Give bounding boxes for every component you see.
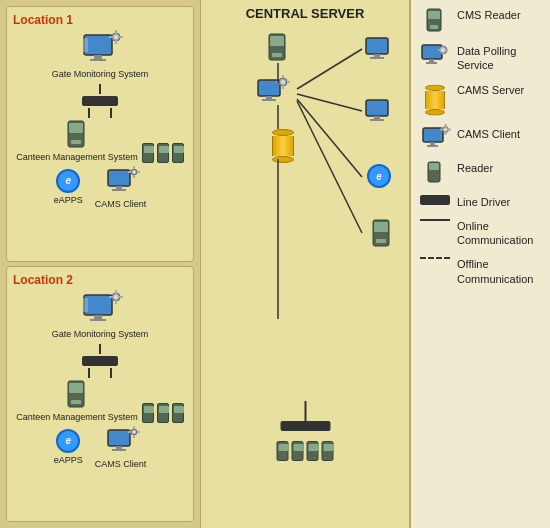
gate-monitoring-node-loc2: Gate Monitoring System <box>52 293 149 340</box>
reader2 <box>157 143 169 163</box>
reader-loc2-1 <box>142 403 154 423</box>
cms-reader-central-icon <box>267 33 289 63</box>
legend-linedriver-block <box>420 195 450 205</box>
svg-rect-42 <box>128 431 131 433</box>
line-driver-loc2 <box>82 356 118 366</box>
svg-rect-83 <box>445 49 448 51</box>
left-panel: Location 1 <box>0 0 200 528</box>
svg-rect-3 <box>83 38 88 52</box>
legend-cms-reader-icon <box>419 8 451 34</box>
cams-client-central2-icon <box>365 99 393 125</box>
svg-rect-23 <box>94 315 102 319</box>
cams-client-label-loc2: CAMS Client <box>95 459 147 470</box>
connector-v2 <box>88 108 90 118</box>
canteen-mgmt-node-loc2: Canteen Management System <box>16 380 138 423</box>
svg-point-51 <box>281 80 285 84</box>
legend-offline-comm: Offline Communication <box>419 257 542 286</box>
central-cms-reader <box>267 33 289 63</box>
gate-monitoring-label: Gate Monitoring System <box>52 69 149 80</box>
svg-rect-49 <box>262 99 276 101</box>
svg-rect-9 <box>119 36 123 38</box>
reader-icon-loc1 <box>66 120 88 150</box>
svg-rect-75 <box>422 45 442 59</box>
svg-rect-54 <box>276 81 279 83</box>
svg-point-27 <box>114 295 118 299</box>
central-small-reader3 <box>307 441 319 461</box>
gate-monitoring-label-loc2: Gate Monitoring System <box>52 329 149 340</box>
svg-rect-74 <box>430 25 438 29</box>
svg-rect-15 <box>112 189 126 191</box>
svg-line-69 <box>297 99 362 177</box>
svg-rect-85 <box>430 142 435 145</box>
reader-central-icon <box>371 219 393 249</box>
legend-panel: CMS Reader Data Polling Service <box>410 0 550 528</box>
legend-reader-label: Reader <box>457 161 493 175</box>
svg-rect-25 <box>83 298 88 312</box>
svg-rect-28 <box>115 290 117 294</box>
legend-online-line <box>420 219 450 221</box>
legend-offline-line-icon <box>419 257 451 259</box>
ie-icon-loc1: e <box>56 169 80 193</box>
legend-line-driver: Line Driver <box>419 195 542 209</box>
central-reader <box>371 219 393 249</box>
location2-title: Location 2 <box>13 273 187 287</box>
center-panel: CENTRAL SERVER <box>200 0 410 528</box>
legend-small-reader-svg <box>427 161 443 185</box>
gate-monitoring-node: Gate Monitoring System <box>52 33 149 80</box>
cams-client-node-loc1: CAMS Client <box>95 169 147 210</box>
legend-data-polling: Data Polling Service <box>419 44 542 73</box>
legend-cams-server-label: CAMS Server <box>457 83 524 97</box>
gear-small-icon <box>128 166 140 178</box>
svg-line-70 <box>297 101 362 233</box>
reader-icon-loc2 <box>66 380 88 410</box>
line-driver-central <box>280 421 330 431</box>
svg-rect-94 <box>429 163 439 170</box>
svg-rect-43 <box>137 431 140 433</box>
legend-cams-client: CAMS Client <box>419 127 542 151</box>
connector-v3 <box>110 108 112 118</box>
svg-rect-45 <box>270 36 284 46</box>
connector-central-v <box>304 401 306 421</box>
svg-rect-21 <box>137 171 140 173</box>
legend-online-comm: Online Communication <box>419 219 542 248</box>
svg-rect-73 <box>428 11 440 19</box>
svg-rect-89 <box>445 124 447 127</box>
legend-cams-client-icon <box>419 127 451 151</box>
svg-rect-20 <box>128 171 131 173</box>
legend-online-line-icon <box>419 219 451 221</box>
canteen-label: Canteen Management System <box>16 152 138 163</box>
central-small-reader1 <box>277 441 289 461</box>
svg-rect-34 <box>71 400 81 404</box>
ie-central-icon: e <box>367 164 391 188</box>
canteen-mgmt-node: Canteen Management System <box>16 120 138 163</box>
central-bottom-group <box>277 401 334 461</box>
svg-point-5 <box>114 35 118 39</box>
reader3 <box>172 143 184 163</box>
eapps-label-loc1: eAPPS <box>54 195 83 206</box>
svg-rect-55 <box>287 81 290 83</box>
svg-rect-76 <box>429 59 434 62</box>
cams-client-central1-icon <box>365 37 393 63</box>
reader-group-loc1 <box>142 143 184 163</box>
svg-rect-52 <box>282 75 284 78</box>
legend-cams-server: CAMS Server <box>419 83 542 117</box>
svg-rect-48 <box>266 96 272 99</box>
legend-line-driver-label: Line Driver <box>457 195 510 209</box>
svg-line-67 <box>297 49 362 89</box>
svg-line-68 <box>297 94 362 111</box>
legend-reader-svg <box>426 8 444 34</box>
gear-cams-loc2-icon <box>128 426 140 438</box>
svg-rect-86 <box>427 145 438 147</box>
svg-rect-57 <box>374 54 380 57</box>
svg-rect-53 <box>282 85 284 89</box>
legend-reader-icon <box>419 161 451 185</box>
gear-overlay-icon <box>108 29 124 45</box>
reader-loc2-2 <box>157 403 169 423</box>
svg-point-17 <box>132 170 135 173</box>
cams-client-node-loc2: CAMS Client <box>95 429 147 470</box>
reader-loc2-3 <box>172 403 184 423</box>
svg-rect-30 <box>109 296 113 298</box>
svg-point-39 <box>132 430 135 433</box>
svg-rect-91 <box>440 128 443 130</box>
svg-rect-24 <box>90 319 106 321</box>
